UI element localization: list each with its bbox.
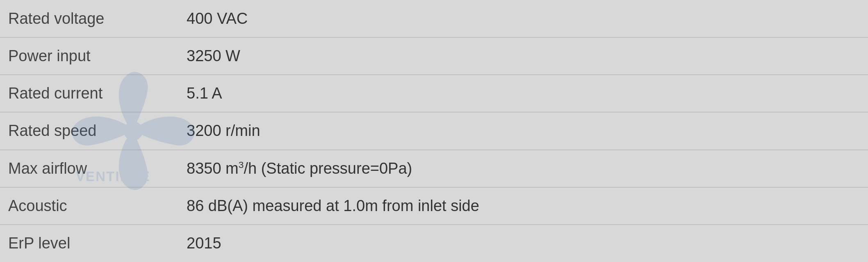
spec-label: Rated speed — [0, 112, 178, 149]
table-row: Rated voltage400 VAC — [0, 0, 868, 37]
spec-value: 86 dB(A) measured at 1.0m from inlet sid… — [178, 187, 868, 225]
spec-value: 3250 W — [178, 37, 868, 75]
specs-table-wrapper: VENTILGE Rated voltage400 VACPower input… — [0, 0, 868, 262]
spec-value: 3200 r/min — [178, 112, 868, 149]
specifications-table: Rated voltage400 VACPower input3250 WRat… — [0, 0, 868, 262]
spec-value: 400 VAC — [178, 0, 868, 37]
spec-value: 2015 — [178, 225, 868, 262]
table-row: Rated speed3200 r/min — [0, 112, 868, 149]
spec-label: Power input — [0, 37, 178, 75]
spec-label: Rated current — [0, 75, 178, 112]
table-row: Max airflow8350 m3/h (Static pressure=0P… — [0, 150, 868, 187]
spec-label: Rated voltage — [0, 0, 178, 37]
table-row: Power input3250 W — [0, 37, 868, 75]
spec-value: 5.1 A — [178, 75, 868, 112]
table-row: ErP level2015 — [0, 225, 868, 262]
table-row: Rated current5.1 A — [0, 75, 868, 112]
spec-label: Acoustic — [0, 187, 178, 225]
table-row: Acoustic86 dB(A) measured at 1.0m from i… — [0, 187, 868, 225]
spec-label: ErP level — [0, 225, 178, 262]
spec-value: 8350 m3/h (Static pressure=0Pa) — [178, 150, 868, 187]
spec-label: Max airflow — [0, 150, 178, 187]
